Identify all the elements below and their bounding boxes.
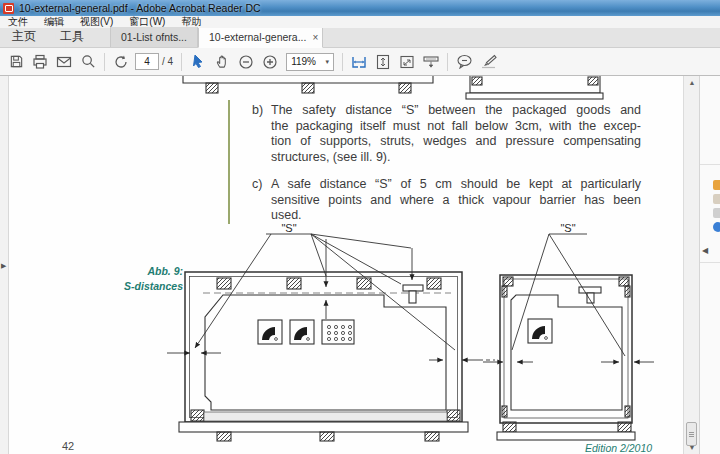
zoom-level-value: 119% xyxy=(291,56,316,67)
highlight-button[interactable] xyxy=(476,51,500,73)
doc-tab-active-label: 10-external-genera... xyxy=(209,28,306,47)
doc-tab-active[interactable]: 10-external-genera... × xyxy=(198,28,323,48)
paragraph-c-label: c) xyxy=(252,177,262,191)
print-button[interactable] xyxy=(28,51,52,73)
zoom-level-dropdown[interactable]: 119% ▾ xyxy=(286,53,334,71)
comment-tool-icon[interactable] xyxy=(713,222,720,232)
scrollbar-thumb[interactable] xyxy=(686,422,697,446)
print-icon xyxy=(32,54,48,70)
hand-tool-button[interactable] xyxy=(210,51,234,73)
page-nav-button[interactable] xyxy=(109,51,133,73)
chevron-down-icon: ▾ xyxy=(326,58,330,66)
page-total-label: / 4 xyxy=(162,56,173,67)
panel-divider xyxy=(700,164,720,165)
left-panel-strip[interactable]: ▶ xyxy=(0,76,9,454)
paragraph-b-line: the packaging itself must not fall below… xyxy=(271,119,641,135)
tab-home[interactable]: 主页 xyxy=(0,27,48,47)
paragraph-c-line: sensitive points and where a thick vapou… xyxy=(271,193,641,209)
document-canvas: ▶ xyxy=(0,76,720,454)
zoom-out-button[interactable] xyxy=(234,51,258,73)
select-cursor-icon xyxy=(191,54,205,69)
search-button[interactable] xyxy=(76,51,100,73)
paragraph-c-line: A safe distance “S” of 5 cm should be ke… xyxy=(271,177,641,193)
save-icon xyxy=(9,54,24,69)
edit-pdf-icon[interactable] xyxy=(713,208,720,218)
main-toolbar: / 4 119% ▾ xyxy=(0,48,720,76)
paragraph-b-line: tion of supports, struts, wedges and pre… xyxy=(271,134,641,150)
panel-divider xyxy=(700,262,720,263)
pdf-app-icon xyxy=(3,3,14,14)
left-panel-expand-icon[interactable]: ▶ xyxy=(1,262,6,270)
page-nav-icon xyxy=(113,54,129,70)
s-distance-label-right: "S" xyxy=(548,222,588,234)
scroll-mode-button[interactable] xyxy=(419,51,443,73)
export-pdf-icon[interactable] xyxy=(713,180,720,190)
toolbar-separator xyxy=(181,53,182,71)
figure-caption-text: S-distances xyxy=(117,279,183,294)
select-tool-button[interactable] xyxy=(186,51,210,73)
edition-label: Edition 2/2010 xyxy=(585,442,652,454)
acrobat-window: 10-external-general.pdf - Adobe Acrobat … xyxy=(0,0,720,454)
revision-change-bar xyxy=(228,100,230,224)
full-screen-icon xyxy=(399,54,415,70)
doc-tab-inactive[interactable]: 01-List ofnts... xyxy=(110,27,198,47)
scroll-up-icon[interactable]: ▲ xyxy=(684,79,700,86)
figure-caption: Abb. 9: S-distances xyxy=(117,264,183,294)
paragraph-b-line: The safety distance “S” between the pack… xyxy=(271,103,641,119)
hand-tool-icon xyxy=(215,54,230,69)
paragraph-b-line: structures, (see ill. 9). xyxy=(271,150,641,166)
toolbar-separator xyxy=(104,53,105,71)
tab-tools[interactable]: 工具 xyxy=(48,27,96,47)
tab-close-icon[interactable]: × xyxy=(312,33,318,43)
right-panel-strip[interactable]: ◀ xyxy=(699,76,720,454)
fit-width-icon xyxy=(351,54,367,70)
window-title: 10-external-general.pdf - Adobe Acrobat … xyxy=(19,2,261,14)
tab-bar: 主页 工具 01-List ofnts... 10-external-gener… xyxy=(0,28,720,48)
s-distance-label-left: "S" xyxy=(269,222,309,234)
save-button[interactable] xyxy=(4,51,28,73)
right-panel-expand-icon[interactable]: ◀ xyxy=(702,246,708,255)
zoom-out-icon xyxy=(238,54,254,70)
email-icon xyxy=(56,54,72,70)
search-icon xyxy=(81,54,96,69)
menu-bar: 文件 编辑 视图(V) 窗口(W) 帮助 xyxy=(0,16,720,28)
highlight-pen-icon xyxy=(480,54,497,69)
paragraph-b: The safety distance “S” between the pack… xyxy=(271,103,641,165)
create-pdf-icon[interactable] xyxy=(713,194,720,204)
fit-width-button[interactable] xyxy=(347,51,371,73)
scroll-down-icon[interactable]: ▼ xyxy=(684,444,700,451)
pdf-page[interactable]: b) The safety distance “S” between the p… xyxy=(9,76,683,454)
comment-bubble-icon xyxy=(456,54,473,69)
title-bar[interactable]: 10-external-general.pdf - Adobe Acrobat … xyxy=(0,0,720,16)
fit-page-icon xyxy=(375,54,391,70)
paragraph-b-label: b) xyxy=(252,103,263,117)
email-button[interactable] xyxy=(52,51,76,73)
fit-page-button[interactable] xyxy=(371,51,395,73)
document-page-number: 42 xyxy=(62,440,74,452)
figure-caption-number: Abb. 9: xyxy=(117,264,183,279)
zoom-in-icon xyxy=(262,54,278,70)
toolbar-separator xyxy=(447,53,448,71)
scroll-mode-icon xyxy=(422,54,440,70)
vertical-scrollbar[interactable]: ▲ ▼ xyxy=(683,76,699,454)
comment-button[interactable] xyxy=(452,51,476,73)
toolbar-separator xyxy=(342,53,343,71)
paragraph-c: A safe distance “S” of 5 cm should be ke… xyxy=(271,177,641,224)
zoom-in-button[interactable] xyxy=(258,51,282,73)
page-number-input[interactable] xyxy=(135,53,159,70)
doc-tab-inactive-label: 01-List ofnts... xyxy=(121,28,187,47)
full-screen-button[interactable] xyxy=(395,51,419,73)
